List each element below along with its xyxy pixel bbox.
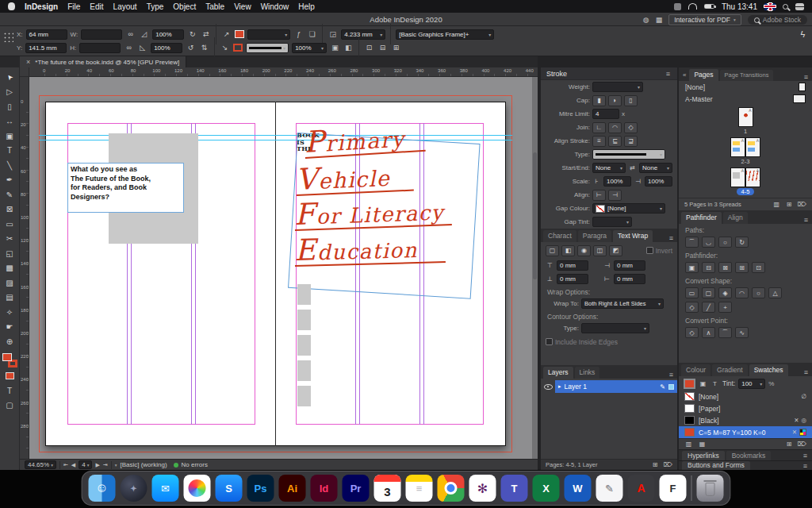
handwritten-text-line[interactable]: For Literacy [294, 194, 452, 231]
text-wrap-panel-menu-icon[interactable]: ≡ [668, 234, 675, 242]
new-page-button[interactable]: ⊞ [785, 200, 794, 210]
pages-panel-menu-icon[interactable]: ≡ [802, 73, 810, 81]
stroke-panel-menu-icon[interactable]: ≡ [665, 70, 672, 78]
contour-type-dropdown[interactable] [581, 323, 649, 333]
bluetooth-icon[interactable] [674, 3, 681, 10]
wrap-around-bounding-box-button[interactable]: ◧ [561, 245, 575, 256]
pathfinder-panel-menu-icon[interactable]: ≡ [802, 216, 810, 224]
tab-layers[interactable]: Layers [543, 367, 573, 379]
reference-point-proxy[interactable] [3, 32, 13, 42]
convert-rectangle-button[interactable]: ▭ [685, 287, 699, 298]
delete-page-button[interactable]: ⌦ [798, 200, 806, 210]
zoom-level-field[interactable]: 44.65%▾ [25, 460, 56, 469]
rotate-cw-button[interactable]: ↻ [187, 29, 197, 40]
convert-bevelled-rectangle-button[interactable]: ◈ [718, 287, 732, 298]
convert-rounded-rectangle-button[interactable]: ▢ [702, 287, 715, 298]
fit-content-button[interactable]: ⊡ [364, 43, 374, 53]
dock-mail-icon[interactable]: ✉ [152, 475, 179, 502]
disclosure-icon[interactable]: ▸ [558, 383, 561, 390]
menu-type[interactable]: Type [147, 2, 164, 11]
dock-notes-icon[interactable]: ≡ [406, 475, 433, 502]
formatting-affects-text-button[interactable]: T [2, 383, 18, 398]
v-ruler[interactable]: 020406080100120140160180200220240260280 [20, 77, 29, 459]
close-tab-icon[interactable]: × [26, 58, 30, 66]
swatch-paper-row[interactable]: [Paper] [679, 402, 812, 414]
select-container-button[interactable]: ↗ [221, 29, 232, 40]
stroke-weight-field[interactable] [592, 82, 643, 92]
vertical-scrollbar[interactable] [532, 77, 538, 459]
type-tool[interactable]: T [2, 144, 18, 159]
page-tool[interactable]: ▯ [2, 99, 18, 114]
apply-colour-button[interactable] [2, 369, 18, 384]
tab-swatches[interactable]: Swatches [749, 364, 788, 376]
spread-2-3-item[interactable]: A A 2-3 [730, 137, 760, 165]
page-number-field[interactable]: 4▾ [79, 460, 92, 469]
dock-acrobat-icon[interactable]: A [628, 475, 655, 502]
layer-visibility-toggle[interactable] [541, 384, 555, 390]
dock-teams-icon[interactable]: T [501, 475, 528, 502]
menu-help[interactable]: Help [298, 2, 315, 11]
adobe-stock-search[interactable]: Adobe Stock [748, 15, 807, 25]
previous-page-button[interactable]: ◀ [71, 462, 75, 468]
corner-point-button[interactable]: ∧ [702, 327, 715, 338]
question-text-frame[interactable]: What do you see as The Future of the Boo… [67, 163, 184, 213]
join-path-button[interactable]: ⌒ [685, 237, 699, 248]
preflight-profile[interactable]: [Basic] (working) [120, 461, 167, 468]
swatches-panel-menu-icon[interactable]: ≡ [802, 368, 810, 376]
quick-apply-icon[interactable]: ϟ [798, 29, 808, 40]
tab-text-wrap[interactable]: Text Wrap [613, 230, 653, 242]
formatting-affects-text-icon[interactable]: T [710, 379, 719, 388]
bevel-join-button[interactable]: ◇ [624, 122, 638, 133]
spread-4-5-item[interactable]: A A 4-5 [730, 167, 760, 195]
stroke-type-dropdown[interactable] [246, 43, 289, 53]
open-path-button[interactable]: ◡ [702, 237, 715, 248]
page-1-item[interactable]: A 1 [738, 107, 753, 135]
tab-bookmarks[interactable]: Bookmarks [726, 451, 772, 460]
collapse-panels-icon[interactable]: « [681, 71, 688, 81]
gradient-feather-tool[interactable]: ▨ [2, 275, 18, 291]
right-offset-field[interactable]: 0 mm [614, 260, 645, 271]
wrap-to-dropdown[interactable]: Both Right & Left Sides [581, 298, 664, 309]
width-field[interactable] [81, 29, 122, 40]
swatch-views-icon[interactable]: ▦ [698, 440, 707, 449]
fit-frame-button[interactable]: ⊟ [377, 43, 388, 53]
close-path-button[interactable]: ○ [718, 237, 732, 248]
apple-menu-icon[interactable] [8, 2, 15, 10]
wifi-icon[interactable] [688, 3, 697, 10]
dock-trash-icon[interactable] [697, 475, 724, 502]
exclude-overlap-button[interactable]: ⊞ [735, 262, 749, 273]
screen-mode-button[interactable]: ▢ [2, 398, 18, 414]
effects-button[interactable]: ƒ [293, 29, 304, 40]
first-page-button[interactable]: ⇤ [63, 462, 68, 468]
thumbnail-placeholder[interactable] [297, 335, 311, 356]
rectangle-tool[interactable]: ▭ [2, 217, 18, 232]
fit-fill-button[interactable]: ⊞ [391, 43, 401, 53]
layers-panel-menu-icon[interactable]: ≡ [668, 371, 675, 379]
dock-app-f-icon[interactable]: F [660, 475, 687, 502]
menu-file[interactable]: File [67, 2, 80, 11]
invert-checkbox[interactable] [646, 247, 653, 254]
scissors-tool[interactable]: ✂ [2, 232, 18, 247]
dock-indesign-icon[interactable]: Id [311, 475, 338, 502]
scale-y-field[interactable]: 100% [151, 43, 182, 53]
tab-align[interactable]: Align [723, 212, 748, 224]
preflight-menu-icon[interactable]: ▾ [115, 463, 117, 468]
stroke-align-start-button[interactable]: ⊢ [592, 190, 606, 201]
tab-links[interactable]: Links [575, 367, 600, 379]
menu-object[interactable]: Object [173, 2, 196, 11]
stroke-weight-dropdown[interactable] [247, 29, 290, 40]
new-swatch-button[interactable]: ⊞ [785, 440, 794, 449]
zoom-tool[interactable]: ⊕ [2, 334, 18, 349]
dock-app-s-icon[interactable]: S [216, 475, 243, 502]
note-tool[interactable]: ▤ [2, 291, 18, 306]
formatting-affects-container-icon[interactable]: ▣ [699, 379, 707, 388]
document-tab[interactable]: × *The future of the book.indd @ 45% [GP… [20, 56, 186, 67]
plain-point-button[interactable]: ◇ [685, 327, 699, 338]
tab-page-transitions[interactable]: Page Transitions [720, 70, 774, 81]
dock-premiere-icon[interactable]: Pr [343, 475, 370, 502]
workspace-switcher[interactable]: Interactive for PDF▾ [668, 14, 741, 25]
dock-excel-icon[interactable]: X [533, 475, 560, 502]
hyperlinks-panel-menu-icon[interactable]: ≡ [802, 452, 809, 460]
convert-line-button[interactable]: ╱ [702, 302, 715, 313]
select-content-button[interactable]: ↘ [220, 43, 230, 53]
